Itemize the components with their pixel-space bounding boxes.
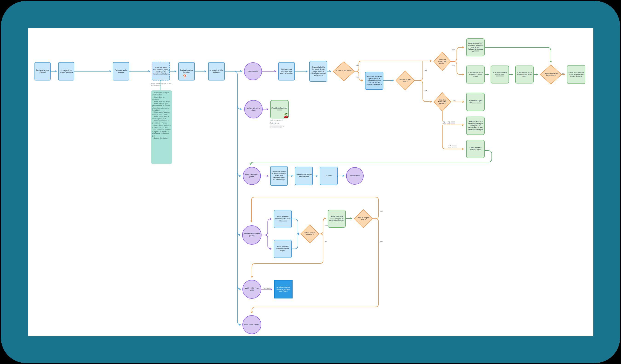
label-oui-1: oui <box>356 65 359 67</box>
node-scf-echange[interactable]: Je demande au SCF d'échanger les agents … <box>466 38 485 56</box>
state-solde-non-atteint[interactable]: statut = soldé + non atteint <box>242 280 261 299</box>
node-consulte-motif[interactable]: Je consulte le détail du besoin/ inscrip… <box>270 166 288 186</box>
node-desinscris-remplace[interactable]: Je désinscris l'agent remplacé sur ░░░░░… <box>491 66 509 84</box>
cherries-icon[interactable]: 🍒 <box>283 113 289 119</box>
label-non-1: non <box>356 76 360 78</box>
label-oui-3: oui <box>562 72 565 74</box>
node-plan-en-cours[interactable]: J'arrive sur le plan en cours <box>113 62 129 81</box>
node-valide[interactable]: Je valide <box>320 167 338 185</box>
question-mark-icon[interactable]: ? <box>183 74 186 80</box>
label-range-14-15: < 21j et ≥ 14j : ░░░░ < 21j et ≥ 15j : ░… <box>441 121 455 125</box>
label-oui-refaire: oui <box>325 241 328 243</box>
freetext-voir-comment[interactable]: voir comment ils font sur ░░░░░░░░ ? <box>270 119 295 128</box>
state-quelque-statut[interactable]: quelque que soit le statut <box>244 100 263 119</box>
state-solde-atteint[interactable]: statut =soldé + atteint <box>242 315 261 334</box>
node-arrive-accueil[interactable]: J'arrive sur la page d'accueil <box>34 62 51 81</box>
node-manager-inscrit-agent[interactable]: Le manager de l'agent remplaçant inscrit… <box>515 66 534 84</box>
node-desinscris-agent[interactable]: Je désinscris l'agent sur ░░░░ ░░░░ <box>466 93 485 111</box>
caption-action-optionnelle: action optionnelle de la part de l'utili… <box>151 82 173 87</box>
node-scf-desinscrire[interactable]: Je demande au SCF de désinscrire l'agent… <box>466 117 485 135</box>
state-planifie[interactable]: statut = planifié <box>244 62 262 80</box>
node-filtre[interactable]: Je filtre par libellé/ code formation, a… <box>152 62 170 81</box>
note-filtres[interactable]: → Rechercher un agent, une formation → F… <box>151 90 172 164</box>
node-informe-fac-fap[interactable]: Je suis informé du statut de la FAC / FA… <box>274 210 292 228</box>
node-cree-nouveau-besoin[interactable]: Je crée un nouveau besoin de formation p… <box>274 280 293 298</box>
node-agent-indispo[interactable]: Mon agent n'est plus dispo pour suivre l… <box>278 62 295 81</box>
node-detail-besoin[interactable]: Je consulte le détail du besoin <box>208 62 225 81</box>
node-informe-axes[interactable]: Je suis informé du nombre d'axes de prog… <box>274 240 292 258</box>
node-onglet-formations[interactable]: Je me rends sur l'onglet Formations <box>58 62 74 81</box>
state-solde-axes[interactable]: statut =soldé + axes de progrès <box>242 225 261 245</box>
node-reste-inscrit[interactable]: Il reste inscrit sur myHR / MDRH <box>466 140 485 158</box>
node-liste-equipe[interactable]: Je consulte la liste des agents de mon é… <box>309 61 327 82</box>
label-non-axes: non <box>380 210 383 212</box>
label-non-2: non <box>424 90 428 92</box>
node-selectionne-formation[interactable]: Je sélectionne une formation <box>178 62 195 81</box>
label-gte21j-2: ≥ 21j <box>452 100 457 102</box>
node-liste-site-national[interactable]: Je consulte la liste des agents qui ont … <box>365 72 383 90</box>
node-fiche-detail[interactable]: Je vais sur la fiche ░░░░ pour plus de d… <box>328 210 346 228</box>
state-absent[interactable]: statut = absent <box>346 167 364 185</box>
label-lt21j: < 21j <box>451 49 456 51</box>
state-absent-a-justifier[interactable]: statut = absent + à justifier <box>243 167 261 185</box>
page: { "nodes": { "start": {"text": "J'arrive… <box>0 0 621 364</box>
label-si-besoin: si besoin <box>263 287 270 289</box>
label-gte21j-1: ≥ 21j <box>451 65 456 67</box>
node-cree-besoin-remplace[interactable]: Je crée un besoin pour l'agent remplacé … <box>567 65 585 84</box>
node-manager-cree-besoin[interactable]: Le manager de l'agent remplaçant crée un… <box>466 66 485 84</box>
node-selectionne-motif[interactable]: Je sélectionne le motif d'absentéisme <box>295 167 313 185</box>
label-oui-axes: oui <box>380 241 383 243</box>
label-oui-2: oui <box>424 69 427 71</box>
label-non-refaire: non <box>325 225 328 226</box>
label-lt14-15: <14j : ░░░░ <15j : ░░░░ <box>448 145 457 148</box>
